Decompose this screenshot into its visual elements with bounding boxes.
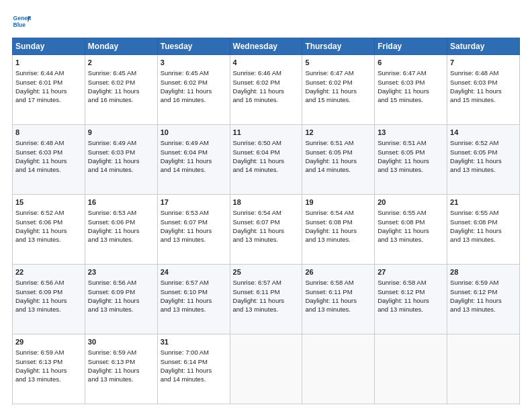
calendar-cell: 19Sunrise: 6:54 AMSunset: 6:08 PMDayligh… <box>302 195 375 265</box>
day-info: Sunset: 6:09 PM <box>88 287 154 296</box>
day-info: and 13 minutes. <box>233 235 300 244</box>
day-info: Daylight: 11 hours <box>233 87 300 95</box>
day-info: Sunset: 6:03 PM <box>88 148 154 156</box>
day-info: Sunrise: 6:47 AM <box>305 68 371 77</box>
day-info: Daylight: 11 hours <box>305 156 371 165</box>
day-info: Sunset: 6:05 PM <box>305 148 371 156</box>
day-info: Sunrise: 6:49 AM <box>161 138 227 147</box>
day-info: Sunrise: 6:45 AM <box>161 68 227 77</box>
calendar-cell <box>230 334 302 404</box>
calendar-cell: 10Sunrise: 6:49 AMSunset: 6:04 PMDayligh… <box>157 125 230 195</box>
day-info: Sunrise: 6:58 AM <box>305 278 371 287</box>
day-info: and 13 minutes. <box>450 235 517 244</box>
day-number: 20 <box>378 197 444 208</box>
calendar-cell: 4Sunrise: 6:46 AMSunset: 6:02 PMDaylight… <box>230 55 302 125</box>
day-number: 11 <box>233 128 300 138</box>
day-info: Sunrise: 6:59 AM <box>450 278 517 287</box>
calendar-header: SundayMondayTuesdayWednesdayThursdayFrid… <box>13 38 520 55</box>
day-number: 26 <box>305 267 371 277</box>
day-info: Sunrise: 6:46 AM <box>233 68 300 77</box>
day-info: Sunset: 6:08 PM <box>305 218 371 226</box>
day-info: Sunset: 6:01 PM <box>15 78 82 87</box>
day-info: and 16 minutes. <box>88 95 154 104</box>
day-info: Sunrise: 6:53 AM <box>88 208 154 217</box>
day-info: and 14 minutes. <box>161 165 227 174</box>
day-header-monday: Monday <box>85 38 157 55</box>
day-number: 27 <box>378 267 444 277</box>
calendar-cell: 22Sunrise: 6:56 AMSunset: 6:09 PMDayligh… <box>13 265 85 334</box>
day-number: 25 <box>233 267 300 277</box>
day-info: Daylight: 11 hours <box>378 226 444 235</box>
calendar-cell: 14Sunrise: 6:52 AMSunset: 6:05 PMDayligh… <box>447 125 520 195</box>
day-info: Sunrise: 6:57 AM <box>161 278 227 287</box>
day-info: Daylight: 11 hours <box>378 87 444 95</box>
day-info: Daylight: 11 hours <box>88 296 154 305</box>
day-info: Sunset: 6:04 PM <box>161 148 227 156</box>
day-header-wednesday: Wednesday <box>230 38 302 55</box>
day-info: Daylight: 11 hours <box>161 296 227 305</box>
day-info: Daylight: 11 hours <box>450 226 517 235</box>
day-info: Daylight: 11 hours <box>450 296 517 305</box>
day-info: Daylight: 11 hours <box>88 226 154 235</box>
day-number: 29 <box>15 337 82 347</box>
day-info: Sunset: 6:05 PM <box>450 148 517 156</box>
day-info: Sunrise: 6:47 AM <box>378 68 444 77</box>
day-info: Sunrise: 6:52 AM <box>15 208 82 217</box>
day-info: Sunrise: 6:59 AM <box>15 348 82 357</box>
calendar-cell: 21Sunrise: 6:55 AMSunset: 6:08 PMDayligh… <box>447 195 520 265</box>
day-number: 30 <box>88 337 154 347</box>
day-number: 22 <box>15 267 82 277</box>
day-number: 7 <box>450 58 517 68</box>
day-info: Sunrise: 6:53 AM <box>161 208 227 217</box>
day-number: 13 <box>378 128 444 138</box>
day-info: Sunrise: 7:00 AM <box>161 348 227 357</box>
day-info: and 13 minutes. <box>450 165 517 174</box>
svg-text:Blue: Blue <box>13 21 26 28</box>
day-info: Daylight: 11 hours <box>161 156 227 165</box>
day-number: 4 <box>233 58 300 68</box>
day-info: Daylight: 11 hours <box>88 366 154 375</box>
day-info: Sunrise: 6:55 AM <box>450 208 517 217</box>
calendar-cell: 26Sunrise: 6:58 AMSunset: 6:11 PMDayligh… <box>302 265 375 334</box>
day-info: and 16 minutes. <box>161 95 227 104</box>
day-info: Daylight: 11 hours <box>88 156 154 165</box>
day-info: Daylight: 11 hours <box>15 156 82 165</box>
day-info: Daylight: 11 hours <box>450 87 517 95</box>
day-info: and 14 minutes. <box>15 165 82 174</box>
day-info: and 13 minutes. <box>305 305 371 314</box>
day-number: 16 <box>88 197 154 208</box>
day-info: and 14 minutes. <box>88 165 154 174</box>
day-info: Sunrise: 6:44 AM <box>15 68 82 77</box>
day-info: Sunrise: 6:50 AM <box>233 138 300 147</box>
day-info: Sunset: 6:08 PM <box>378 218 444 226</box>
day-info: Sunset: 6:11 PM <box>233 287 300 296</box>
day-info: and 14 minutes. <box>161 375 227 383</box>
day-number: 6 <box>378 58 444 68</box>
calendar-cell: 6Sunrise: 6:47 AMSunset: 6:03 PMDaylight… <box>375 55 447 125</box>
header: General Blue <box>12 12 520 31</box>
day-number: 12 <box>305 128 371 138</box>
day-info: Daylight: 11 hours <box>233 296 300 305</box>
day-info: Sunset: 6:12 PM <box>378 287 444 296</box>
logo-icon: General Blue <box>12 12 31 31</box>
day-info: and 13 minutes. <box>305 235 371 244</box>
day-info: Daylight: 11 hours <box>161 226 227 235</box>
day-info: Sunrise: 6:52 AM <box>450 138 517 147</box>
day-info: Sunset: 6:05 PM <box>378 148 444 156</box>
calendar-cell: 25Sunrise: 6:57 AMSunset: 6:11 PMDayligh… <box>230 265 302 334</box>
day-info: Daylight: 11 hours <box>305 296 371 305</box>
day-info: Daylight: 11 hours <box>233 156 300 165</box>
day-info: Sunrise: 6:55 AM <box>378 208 444 217</box>
day-number: 5 <box>305 58 371 68</box>
calendar-cell <box>302 334 375 404</box>
calendar-cell: 31Sunrise: 7:00 AMSunset: 6:14 PMDayligh… <box>157 334 230 404</box>
calendar-cell: 15Sunrise: 6:52 AMSunset: 6:06 PMDayligh… <box>13 195 85 265</box>
calendar-cell: 1Sunrise: 6:44 AMSunset: 6:01 PMDaylight… <box>13 55 85 125</box>
logo: General Blue <box>12 12 31 31</box>
calendar-cell: 23Sunrise: 6:56 AMSunset: 6:09 PMDayligh… <box>85 265 157 334</box>
calendar-table: SundayMondayTuesdayWednesdayThursdayFrid… <box>12 38 520 404</box>
day-number: 24 <box>161 267 227 277</box>
day-info: Sunset: 6:06 PM <box>88 218 154 226</box>
calendar-cell: 30Sunrise: 6:59 AMSunset: 6:13 PMDayligh… <box>85 334 157 404</box>
day-info: Daylight: 11 hours <box>450 156 517 165</box>
